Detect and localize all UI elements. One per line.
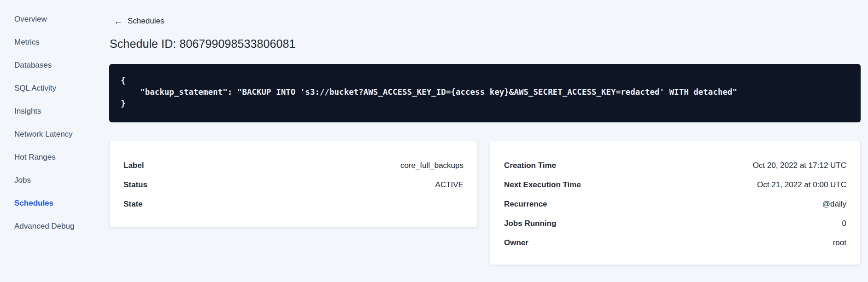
schedule-details-card: Label core_full_backups Status ACTIVE St…: [109, 141, 478, 227]
sidebar-item-schedules[interactable]: Schedules: [14, 192, 109, 215]
label-key: Label: [123, 161, 144, 170]
sidebar-item-insights[interactable]: Insights: [14, 100, 109, 123]
table-row: Creation Time Oct 20, 2022 at 17:12 UTC: [504, 156, 846, 175]
sidebar-item-jobs[interactable]: Jobs: [14, 169, 109, 192]
back-link-label: Schedules: [128, 17, 164, 26]
sidebar-item-overview[interactable]: Overview: [14, 8, 109, 31]
table-row: Owner root: [504, 233, 846, 253]
label-value: core_full_backups: [400, 161, 463, 170]
recurrence-value: @daily: [822, 200, 846, 209]
table-row: Recurrence @daily: [504, 195, 846, 214]
schedule-timing-card: Creation Time Oct 20, 2022 at 17:12 UTC …: [490, 141, 861, 265]
page-title: Schedule ID: 806799098533806081: [110, 37, 861, 51]
table-row: Label core_full_backups: [123, 156, 463, 175]
detail-cards: Label core_full_backups Status ACTIVE St…: [109, 141, 861, 265]
sidebar-item-databases[interactable]: Databases: [14, 54, 109, 77]
next-execution-time-value: Oct 21, 2022 at 0:00 UTC: [757, 180, 846, 190]
backup-statement-code: { "backup_statement": "BACKUP INTO 's3:/…: [121, 75, 849, 109]
sidebar-item-hot-ranges[interactable]: Hot Ranges: [14, 146, 109, 169]
recurrence-key: Recurrence: [504, 200, 547, 209]
main-content: ← Schedules Schedule ID: 806799098533806…: [109, 0, 868, 282]
creation-time-value: Oct 20, 2022 at 17:12 UTC: [753, 161, 846, 170]
back-to-schedules-link[interactable]: ← Schedules: [114, 17, 164, 26]
creation-time-key: Creation Time: [504, 161, 556, 170]
status-key: Status: [123, 180, 147, 190]
sidebar-item-metrics[interactable]: Metrics: [14, 31, 109, 54]
owner-key: Owner: [504, 238, 528, 247]
table-row: Jobs Running 0: [504, 214, 846, 233]
back-arrow-icon: ←: [114, 17, 123, 26]
sidebar-item-network-latency[interactable]: Network Latency: [14, 123, 109, 146]
table-row: Status ACTIVE: [123, 175, 463, 195]
backup-statement-code-block: { "backup_statement": "BACKUP INTO 's3:/…: [109, 64, 861, 122]
state-key: State: [123, 200, 143, 209]
table-row: Next Execution Time Oct 21, 2022 at 0:00…: [504, 175, 846, 195]
jobs-running-key: Jobs Running: [504, 219, 556, 228]
sidebar-nav: Overview Metrics Databases SQL Activity …: [0, 0, 109, 282]
page: Overview Metrics Databases SQL Activity …: [0, 0, 868, 282]
status-value: ACTIVE: [435, 180, 463, 190]
owner-value: root: [833, 238, 846, 247]
sidebar-item-advanced-debug[interactable]: Advanced Debug: [14, 215, 109, 238]
jobs-running-value: 0: [842, 219, 846, 228]
table-row: State: [123, 195, 463, 214]
sidebar-item-sql-activity[interactable]: SQL Activity: [14, 77, 109, 100]
next-execution-time-key: Next Execution Time: [504, 180, 581, 190]
